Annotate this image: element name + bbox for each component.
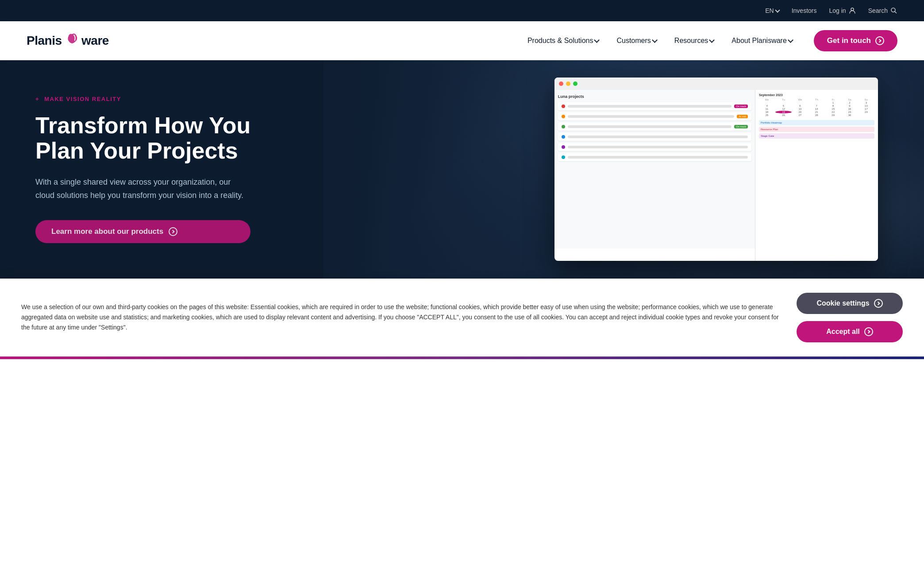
cookie-banner: We use a selection of our own and third-…	[0, 279, 924, 357]
nav-item-products[interactable]: Products & Solutions	[520, 33, 606, 48]
customers-chevron-icon	[652, 37, 658, 43]
get-in-touch-button[interactable]: Get in touch	[814, 30, 897, 51]
lang-chevron-icon	[775, 8, 780, 12]
mockup-dot-yellow	[566, 81, 570, 86]
mockup-dot-green	[573, 81, 578, 86]
hero-content: + MAKE VISION REALITY Transform How You …	[0, 60, 250, 279]
svg-point-0	[851, 8, 854, 11]
mockup-header	[554, 78, 878, 90]
nav-item-customers[interactable]: Customers	[609, 33, 663, 48]
hero-tag-plus: +	[35, 96, 39, 102]
logo-icon	[66, 32, 78, 45]
navbar: Planis ware Products & Solutions Custome…	[0, 21, 924, 60]
login-link[interactable]: Log in	[829, 7, 855, 14]
accept-all-arrow-icon	[864, 327, 873, 336]
bottom-stripe	[0, 357, 924, 359]
cookie-text: We use a selection of our own and third-…	[21, 302, 779, 333]
mockup-row: On track	[558, 123, 751, 131]
topbar: EN Investors Log in Search	[0, 0, 924, 21]
lang-selector[interactable]: EN	[765, 7, 779, 14]
investors-link[interactable]: Investors	[792, 7, 817, 14]
cookie-settings-arrow-icon	[874, 299, 883, 308]
nav-item-resources[interactable]: Resources	[667, 33, 721, 48]
about-chevron-icon	[788, 37, 793, 43]
mockup-row	[558, 143, 751, 151]
user-icon	[849, 7, 856, 14]
cookie-actions: Cookie settings Accept all	[797, 293, 903, 342]
products-chevron-icon	[594, 37, 600, 43]
hero-arrow-icon	[169, 227, 177, 236]
nav-item-about[interactable]: About Planisware	[724, 33, 800, 48]
search-link[interactable]: Search	[868, 7, 897, 14]
accept-all-button[interactable]: Accept all	[797, 321, 903, 342]
hero-cta-button[interactable]: Learn more about our products	[35, 220, 250, 243]
mockup-dot-red	[559, 81, 563, 86]
hero-app-mockup: Luna projects On track At risk On track	[554, 78, 878, 261]
hero-description: With a single shared view across your or…	[35, 176, 248, 202]
mockup-row	[558, 153, 751, 161]
arrow-right-icon	[875, 36, 884, 45]
hero-tag: + MAKE VISION REALITY	[35, 96, 250, 102]
hero-title: Transform How You Plan Your Projects	[35, 113, 250, 163]
mockup-row: On track	[558, 102, 751, 110]
cookie-settings-button[interactable]: Cookie settings	[797, 293, 903, 314]
search-icon	[890, 7, 897, 14]
mockup-row	[558, 133, 751, 141]
nav-links: Products & Solutions Customers Resources…	[520, 33, 800, 48]
hero-section: Luna projects On track At risk On track	[0, 60, 924, 279]
logo[interactable]: Planis ware	[27, 35, 109, 47]
mockup-row: At risk	[558, 112, 751, 120]
logo-text: Planis ware	[27, 35, 109, 47]
lang-label: EN	[765, 7, 774, 14]
resources-chevron-icon	[709, 37, 715, 43]
